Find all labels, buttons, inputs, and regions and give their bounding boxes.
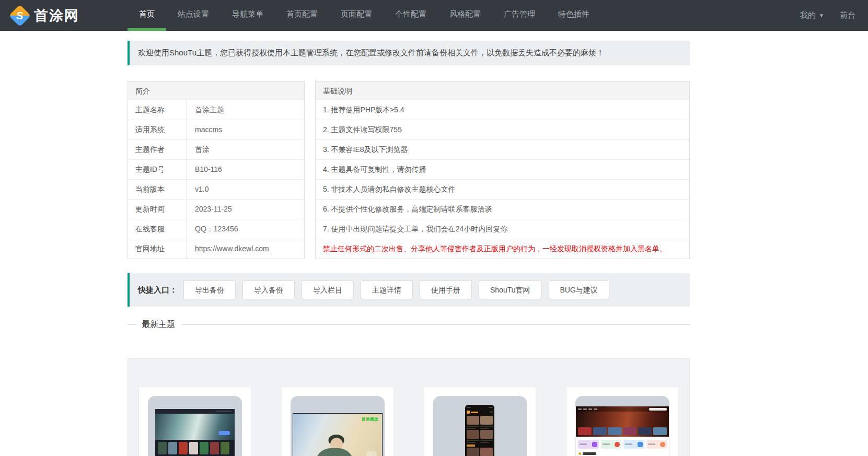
theme-card-3[interactable]	[424, 387, 537, 456]
nav-item-featured-plugins[interactable]: 特色插件	[547, 0, 601, 31]
table-row-site-url: 官网地址 https://www.dkewl.com	[128, 239, 304, 259]
nav-item-page-config[interactable]: 页面配置	[329, 0, 384, 31]
nav-item-nav-menu[interactable]: 导航菜单	[221, 0, 275, 31]
warning-row: 禁止任何形式的二次出售、分享他人等侵害作者及正版用户的行为，一经发现取消授权资格…	[316, 239, 689, 259]
theme-card-2[interactable]: 首涂播放 ▶ ▶	[281, 387, 394, 456]
divider	[128, 324, 136, 325]
intro-panel-header: 简介	[128, 81, 304, 100]
latest-themes-title: 最新主题	[128, 319, 690, 330]
theme3-thumb	[433, 396, 527, 456]
shoutu-site-button[interactable]: ShouTu官网	[479, 280, 542, 299]
note-row: 5. 非技术人员请勿私自修改主题核心文件	[316, 179, 689, 199]
nav-menu: 首页 站点设置 导航菜单 首页配置 页面配置 个性配置 风格配置 广告管理 特色…	[128, 0, 601, 31]
theme4-preview-image	[576, 406, 669, 456]
table-row: 适用系统 maccms	[128, 120, 304, 139]
import-backup-button[interactable]: 导入备份	[242, 280, 295, 299]
theme4-thumb	[575, 396, 669, 456]
frontend-link[interactable]: 前台	[840, 10, 855, 20]
logo[interactable]: S 首涂网	[0, 0, 128, 31]
notes-panel: 基础说明 1. 推荐使用PHP版本≥5.4 2. 主题文件读写权限755 3. …	[315, 81, 690, 259]
logo-icon: S	[9, 4, 31, 26]
theme1-preview-image	[155, 409, 235, 456]
play-icon: ▶	[366, 451, 377, 456]
quick-entry-label: 快捷入口：	[138, 285, 177, 295]
nav-item-personal-config[interactable]: 个性配置	[384, 0, 438, 31]
table-row: 当前版本 v1.0	[128, 179, 304, 199]
intro-panel: 简介 主题名称 首涂主题 适用系统 maccms 主题作者 首涂 主题ID号 B…	[128, 81, 305, 259]
user-manual-button[interactable]: 使用手册	[420, 280, 472, 299]
quick-entry-bar: 快捷入口： 导出备份 导入备份 导入栏目 主题详情 使用手册 ShouTu官网 …	[128, 273, 690, 307]
table-row: 主题ID号 B10-116	[128, 159, 304, 179]
player-watermark: 首涂播放	[362, 416, 378, 422]
note-row: 3. 不兼容IE8及以下浏览器	[316, 139, 689, 159]
theme2-thumb: 首涂播放 ▶ ▶	[291, 396, 385, 456]
note-row: 6. 不提供个性化修改服务，高端定制请联系客服洽谈	[316, 199, 689, 219]
theme3-preview-image	[465, 405, 494, 456]
table-row: 更新时间 2023-11-25	[128, 199, 304, 219]
nav-item-home[interactable]: 首页	[128, 0, 166, 31]
logo-text: 首涂网	[34, 6, 79, 25]
theme2-preview-image: 首涂播放 ▶ ▶	[293, 413, 383, 456]
my-dropdown-label: 我的	[800, 10, 816, 20]
nav-item-ad-manage[interactable]: 广告管理	[492, 0, 547, 31]
theme1-thumb	[148, 396, 242, 456]
latest-themes-panel: 首涂播放 ▶ ▶	[128, 358, 690, 456]
theme-detail-button[interactable]: 主题详情	[361, 280, 413, 299]
main-content: 欢迎使用ShouTu主题，您已获得授权使用本主题管理系统，在您配置或修改文件前请…	[128, 41, 690, 456]
table-row: 主题作者 首涂	[128, 139, 304, 159]
nav-item-style-config[interactable]: 风格配置	[438, 0, 492, 31]
bug-suggest-button[interactable]: BUG与建议	[549, 280, 609, 299]
top-navbar: S 首涂网 首页 站点设置 导航菜单 首页配置 页面配置 个性配置 风格配置 广…	[0, 0, 868, 31]
nav-item-site-settings[interactable]: 站点设置	[166, 0, 221, 31]
note-row: 1. 推荐使用PHP版本≥5.4	[316, 100, 689, 120]
import-category-button[interactable]: 导入栏目	[302, 280, 354, 299]
chevron-down-icon: ▼	[819, 13, 824, 18]
table-row: 主题名称 首涂主题	[128, 100, 304, 120]
export-backup-button[interactable]: 导出备份	[183, 280, 236, 299]
my-dropdown[interactable]: 我的 ▼	[800, 10, 824, 20]
note-row: 4. 主题具备可复制性，请勿传播	[316, 159, 689, 179]
note-row: 7. 使用中出现问题请提交工单，我们会在24小时内回复你	[316, 219, 689, 239]
theme-card-4[interactable]	[566, 387, 679, 456]
divider	[182, 324, 690, 325]
notes-panel-header: 基础说明	[316, 81, 689, 100]
welcome-alert: 欢迎使用ShouTu主题，您已获得授权使用本主题管理系统，在您配置或修改文件前请…	[128, 41, 690, 65]
latest-themes-title-text: 最新主题	[142, 319, 175, 330]
theme-card-1[interactable]	[138, 387, 251, 456]
nav-item-home-config[interactable]: 首页配置	[275, 0, 329, 31]
table-row: 在线客服 QQ：123456	[128, 219, 304, 239]
note-row: 2. 主题文件读写权限755	[316, 120, 689, 139]
